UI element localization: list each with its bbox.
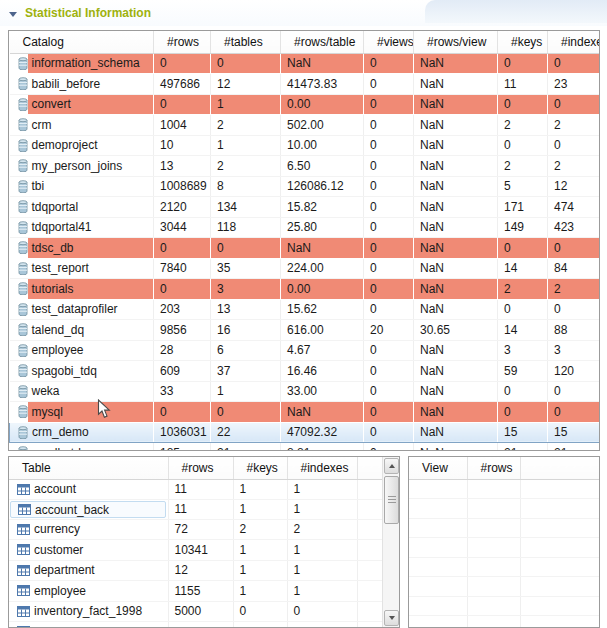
- catalog-row[interactable]: my_person_joins1326.500NaN22: [10, 156, 600, 177]
- catalog-row[interactable]: tutorials030.000NaN22: [10, 279, 600, 300]
- database-icon: [18, 180, 28, 193]
- table-row[interactable]: currency7222: [9, 519, 382, 540]
- catalog-row-value-cell: 13: [154, 156, 211, 177]
- vertical-scrollbar[interactable]: [382, 457, 399, 627]
- catalog-row[interactable]: tbi10086898126086.120NaN512: [10, 176, 600, 197]
- catalog-row[interactable]: demoproject10110.000NaN00: [10, 135, 600, 156]
- catalog-row-value-cell: 0: [211, 53, 281, 74]
- catalog-row[interactable]: information_schema00NaN0NaN00: [10, 53, 600, 74]
- catalog-row-value-cell: 6.50: [281, 156, 364, 177]
- catalog-row-value-cell: 1: [211, 135, 281, 156]
- catalog-row-value-cell: 0: [548, 53, 600, 74]
- catalog-row-value-cell: 0: [498, 53, 548, 74]
- catalog-row-value-cell: 1008689: [154, 176, 211, 197]
- empty-cell: [409, 557, 467, 577]
- catalog-row[interactable]: babili_before4976861241473.830NaN1123: [10, 74, 600, 95]
- column-header[interactable]: #indexes: [287, 457, 357, 479]
- catalog-row-value-cell: 0: [364, 94, 414, 115]
- view-row-header: View#rows: [409, 457, 599, 479]
- column-header[interactable]: Table: [9, 457, 168, 479]
- catalog-row[interactable]: talend_dq985616616.002030.651488: [10, 320, 600, 341]
- catalog-row-value-cell: 118: [211, 217, 281, 238]
- catalog-row[interactable]: tdsc_db00NaN0NaN00: [10, 238, 600, 259]
- catalog-row[interactable]: exodb_tdq185218.810NaN2121: [10, 443, 600, 452]
- catalog-row-value-cell: 0: [548, 402, 600, 423]
- table-row[interactable]: account1111: [9, 479, 382, 500]
- catalog-row-value-cell: 10: [154, 135, 211, 156]
- table-row[interactable]: account_back1111: [9, 500, 382, 520]
- empty-cell: [520, 538, 599, 558]
- column-header[interactable]: #rows/view: [414, 31, 498, 53]
- catalog-row-value-cell: 22: [211, 422, 281, 443]
- column-header[interactable]: #rows: [467, 457, 520, 479]
- catalog-row[interactable]: crm_demo10360312247092.320NaN1515: [10, 422, 600, 443]
- table-row[interactable]: position1811: [9, 622, 382, 628]
- scroll-up-button[interactable]: [384, 458, 399, 474]
- empty-cell: [467, 596, 520, 616]
- column-header[interactable]: Catalog: [10, 31, 154, 53]
- catalog-row-value-cell: 2: [548, 156, 600, 177]
- table-row[interactable]: department1211: [9, 560, 382, 581]
- empty-cell: [409, 538, 467, 558]
- table-row-name-cell: account: [9, 479, 168, 500]
- catalog-row[interactable]: test_report784035224.000NaN1484: [10, 258, 600, 279]
- column-header[interactable]: #rows: [168, 457, 233, 479]
- catalog-row[interactable]: spagobi_tdq6093716.460NaN59120: [10, 361, 600, 382]
- catalog-row[interactable]: tdqportal212013415.820NaN171474: [10, 197, 600, 218]
- catalog-row[interactable]: employee2864.670NaN33: [10, 340, 600, 361]
- column-header[interactable]: #views: [364, 31, 414, 53]
- catalog-row-value-cell: 502.00: [281, 115, 364, 136]
- scroll-down-button[interactable]: [384, 610, 399, 626]
- empty-cell: [467, 518, 520, 538]
- empty-cell: [467, 557, 520, 577]
- table-row-value-cell: [357, 622, 382, 628]
- catalog-row-value-cell: 0: [364, 299, 414, 320]
- table-row-value-cell: 1: [233, 581, 287, 602]
- catalog-row-value-cell: NaN: [281, 53, 364, 74]
- table-row[interactable]: inventory_fact_1998500000: [9, 601, 382, 622]
- catalog-row-value-cell: 37: [211, 361, 281, 382]
- catalog-row-value-cell: 0: [364, 53, 414, 74]
- catalog-row-value-cell: 2: [548, 115, 600, 136]
- catalog-row-value-cell: 5: [498, 176, 548, 197]
- section-header: Statistical Information: [0, 0, 607, 26]
- catalog-row-value-cell: 7840: [154, 258, 211, 279]
- table-row[interactable]: customer1034111: [9, 540, 382, 561]
- catalog-row-value-cell: 423: [548, 217, 600, 238]
- catalog-row-value-cell: 33: [154, 381, 211, 402]
- column-header[interactable]: #rows/table: [281, 31, 364, 53]
- catalog-row[interactable]: mysql00NaN0NaN00: [10, 402, 600, 423]
- catalog-row-name-cell: tdqportal: [10, 197, 154, 218]
- table-grid-icon: [17, 565, 30, 576]
- catalog-row[interactable]: crm10042502.000NaN22: [10, 115, 600, 136]
- catalog-row-value-cell: 4.67: [281, 340, 364, 361]
- catalog-row-name-cell: crm_demo: [10, 422, 154, 443]
- catalog-row-value-cell: 8: [211, 176, 281, 197]
- catalog-row-value-cell: NaN: [281, 238, 364, 259]
- column-header[interactable]: #rows: [154, 31, 211, 53]
- catalog-row[interactable]: weka33133.000NaN00: [10, 381, 600, 402]
- catalog-row-value-cell: 0.00: [281, 94, 364, 115]
- table-grid-icon: [17, 585, 30, 596]
- catalog-row-name-cell: demoproject: [10, 135, 154, 156]
- table-row-value-cell: 18: [168, 622, 233, 628]
- catalog-row-name-cell: crm: [10, 115, 154, 136]
- column-header[interactable]: #indexes: [548, 31, 600, 53]
- table-row[interactable]: employee115511: [9, 581, 382, 602]
- catalog-row-value-cell: 1: [211, 94, 281, 115]
- column-header[interactable]: #tables: [211, 31, 281, 53]
- catalog-row[interactable]: test_dataprofiler2031315.620NaN00: [10, 299, 600, 320]
- catalog-row-value-cell: 35: [211, 258, 281, 279]
- catalog-row[interactable]: convert010.000NaN00: [10, 94, 600, 115]
- section-title: Statistical Information: [25, 6, 151, 20]
- table-row-name-cell: customer: [9, 540, 168, 561]
- column-header[interactable]: #keys: [233, 457, 287, 479]
- section-collapse-icon[interactable]: [9, 12, 17, 17]
- catalog-row[interactable]: tdqportal41304411825.800NaN149423: [10, 217, 600, 238]
- catalog-row-value-cell: 0: [364, 217, 414, 238]
- catalog-row-label: tdqportal41: [28, 218, 154, 238]
- column-header[interactable]: View: [409, 457, 467, 479]
- column-header[interactable]: #keys: [498, 31, 548, 53]
- scroll-thumb[interactable]: [384, 476, 399, 524]
- table-row-value-cell: 1155: [168, 581, 233, 602]
